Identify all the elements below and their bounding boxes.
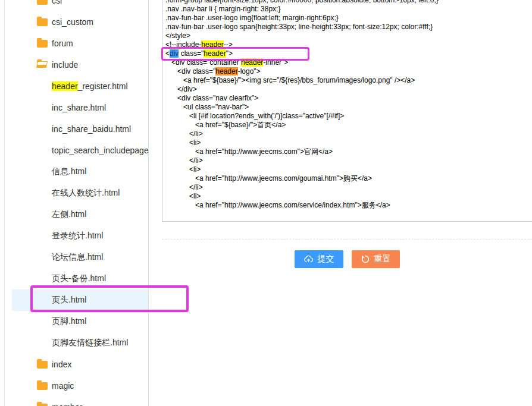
code-line: <div class="header-logo">: [165, 67, 532, 76]
tree-item-页头-备份.html[interactable]: 页头-备份.html: [12, 268, 148, 289]
submit-button-label: 提交: [318, 254, 334, 265]
code-line: </li>: [165, 130, 532, 139]
folder-label: member: [52, 402, 82, 406]
tree-item-header_register.html[interactable]: header_register.html: [12, 75, 148, 97]
tree-item-csi_custom[interactable]: csi_custom: [12, 11, 148, 33]
file-tree: csicsi_customforumincludeheader_register…: [5, 0, 148, 406]
code-line: .nav-fun-bar .user-logo span{height:33px…: [165, 23, 532, 32]
reset-button[interactable]: 重置: [352, 250, 400, 268]
folder-icon: [37, 40, 48, 48]
code-line: <li>: [165, 139, 532, 147]
file-label: 页脚友情链接栏.html: [52, 338, 128, 348]
form-actions: 提交 重置: [162, 250, 532, 268]
tree-item-页脚友情链接栏.html[interactable]: 页脚友情链接栏.html: [12, 332, 148, 354]
code-line: <li>: [165, 192, 532, 201]
divider: [162, 239, 532, 240]
submit-button[interactable]: 提交: [295, 250, 343, 268]
code-line: </li>: [165, 183, 532, 192]
code-line: <a href="${base}/"><img src="/${res}/bbs…: [165, 76, 532, 85]
file-label: inc_share.html: [52, 103, 106, 112]
tree-item-左侧.html[interactable]: 左侧.html: [12, 204, 148, 225]
file-label: 页脚.html: [52, 316, 86, 327]
folder-label: csi: [52, 0, 62, 5]
reset-icon: [361, 254, 370, 264]
tree-item-inc_share_baidu.html[interactable]: inc_share_baidu.html: [12, 118, 148, 140]
code-line: .nav .nav-bar li { margin-right: 38px;}: [165, 5, 532, 14]
tree-item-登录统计.html[interactable]: 登录统计.html: [12, 225, 148, 247]
tree-item-index[interactable]: index: [12, 354, 148, 375]
tree-item-include[interactable]: include: [12, 54, 148, 75]
tree-item-inc_share.html[interactable]: inc_share.html: [12, 97, 148, 118]
file-tree-panel: csicsi_customforumincludeheader_register…: [4, 0, 149, 406]
file-label: 论坛信息.html: [52, 252, 103, 263]
folder-label: csi_custom: [52, 17, 93, 27]
tree-item-csi[interactable]: csi: [12, 0, 148, 11]
tree-item-页头.html[interactable]: 页头.html: [12, 289, 148, 311]
code-line: <!--include-header-->: [165, 40, 532, 49]
template-editor-screen: csicsi_customforumincludeheader_register…: [0, 0, 532, 406]
code-line: <a href="http://www.jeecms.com/goumai.ht…: [165, 174, 532, 183]
tree-item-forum[interactable]: forum: [12, 33, 148, 54]
file-label: 信息.html: [52, 166, 86, 177]
file-label: topic_search_includepage: [52, 146, 148, 155]
folder-icon: [37, 18, 48, 26]
code-line: </div>: [165, 85, 532, 94]
file-label: 页头.html: [52, 295, 86, 306]
code-line: <a href="http://www.jeecms.com">官网</a>: [165, 147, 532, 156]
code-line: <li>: [165, 165, 532, 174]
folder-icon: [37, 404, 48, 406]
code-line: <div class="header">: [165, 49, 532, 58]
tree-item-member[interactable]: member: [12, 396, 148, 406]
file-label: 在线人数统计.html: [52, 188, 120, 199]
template-source-editor[interactable]: .form-group label{font-size:10px; color:…: [162, 0, 532, 222]
folder-label: include: [52, 60, 78, 70]
file-label: 页头-备份.html: [52, 273, 106, 284]
code-line: <div class="container header-inner">: [165, 58, 532, 67]
code-line: <div class="nav clearfix">: [165, 94, 532, 103]
folder-icon: [37, 361, 48, 369]
folder-label: index: [52, 360, 71, 369]
file-label: header_register.html: [52, 81, 128, 91]
folder-open-icon: [37, 61, 48, 69]
code-line: </style>: [165, 32, 532, 40]
folder-icon: [37, 0, 48, 5]
tree-item-论坛信息.html[interactable]: 论坛信息.html: [12, 247, 148, 268]
tree-item-在线人数统计.html[interactable]: 在线人数统计.html: [12, 182, 148, 204]
folder-label: magic: [52, 381, 74, 391]
tree-item-页脚.html[interactable]: 页脚.html: [12, 311, 148, 332]
reset-button-label: 重置: [374, 254, 391, 265]
code-line: .form-group label{font-size:10px; color:…: [165, 0, 532, 5]
tree-item-topic_search_includepage[interactable]: topic_search_includepage: [12, 140, 148, 161]
code-line: .nav-fun-bar .user-logo img{float:left; …: [165, 14, 532, 23]
code-line: <a href="http://www.jeecms.com/service/i…: [165, 201, 532, 210]
code-line: <ul class="nav-bar">: [165, 103, 532, 112]
tree-item-信息.html[interactable]: 信息.html: [12, 161, 148, 182]
code-line: <a href="${base}/">首页</a>: [165, 121, 532, 130]
tree-item-magic[interactable]: magic: [12, 375, 148, 396]
file-label: inc_share_baidu.html: [52, 124, 131, 134]
folder-icon: [37, 382, 48, 390]
cloud-upload-icon: [303, 254, 314, 265]
code-line: <li [#if location?ends_with('/')]class="…: [165, 112, 532, 121]
folder-label: forum: [52, 39, 73, 48]
file-label: 左侧.html: [52, 209, 86, 220]
code-line: </li>: [165, 156, 532, 165]
file-label: 登录统计.html: [52, 231, 103, 241]
